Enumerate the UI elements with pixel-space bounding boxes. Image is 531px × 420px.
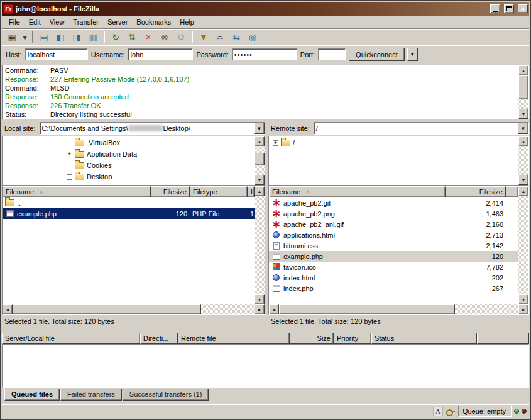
refresh-icon[interactable]: ↻	[108, 30, 123, 43]
minimize-button[interactable]	[490, 4, 500, 13]
remote-site-combobox[interactable]: / ▼	[314, 122, 529, 135]
local-tree-scrollbar[interactable]: ▲ ▼	[255, 136, 265, 185]
tree-item-application-data[interactable]: + Application Data	[3, 148, 255, 160]
port-input[interactable]	[318, 48, 346, 60]
menu-file[interactable]: File	[4, 17, 25, 27]
remote-list-vscrollbar[interactable]: ▲ ▼	[518, 186, 528, 304]
site-manager-icon[interactable]: ▦	[4, 30, 19, 43]
scroll-left-icon[interactable]: ◄	[3, 304, 13, 314]
column-size[interactable]: Size	[290, 333, 334, 344]
column-status[interactable]: Status	[371, 333, 477, 344]
menu-view[interactable]: View	[45, 17, 69, 27]
scrollbar-thumb[interactable]	[279, 304, 455, 314]
quickconnect-button[interactable]: Quickconnect	[349, 48, 405, 61]
local-list-hscrollbar[interactable]: ◄ ►	[3, 304, 265, 314]
scroll-up-icon[interactable]: ▲	[255, 136, 265, 146]
tab-successful-transfers[interactable]: Successful transfers (1)	[123, 389, 209, 401]
scroll-left-icon[interactable]: ◄	[269, 304, 279, 314]
column-filename[interactable]: Filename∧	[3, 186, 151, 197]
file-row[interactable]: index.php 267	[269, 283, 518, 294]
filezilla-app-icon[interactable]: Fz	[3, 4, 13, 14]
column-priority[interactable]: Priority	[334, 333, 371, 344]
column-filesize[interactable]: Filesize	[151, 186, 190, 197]
column-direction[interactable]: Directi...	[140, 333, 178, 344]
file-row[interactable]: index.html 202	[269, 272, 518, 283]
scroll-right-icon[interactable]: ►	[255, 304, 265, 314]
title-bar[interactable]: Fz john@localhost - FileZilla ×	[2, 2, 529, 16]
scrollbar-thumb[interactable]	[255, 153, 265, 165]
toggle-queue-icon[interactable]: ▥	[85, 30, 101, 43]
file-row[interactable]: apache_pb2_ani.gif 2,160	[269, 219, 518, 229]
disconnect-icon[interactable]: ⊗	[157, 30, 172, 43]
remote-list-hscrollbar[interactable]: ◄ ►	[269, 304, 528, 314]
expander-plus-icon[interactable]: +	[273, 140, 278, 146]
message-log-lines[interactable]: Command:PASV Response:227 Entering Passi…	[3, 65, 518, 119]
tree-item-desktop[interactable]: - Desktop	[3, 171, 255, 182]
process-queue-icon[interactable]: ⇅	[124, 30, 140, 43]
reconnect-icon[interactable]: ↺	[173, 30, 189, 43]
expander-minus-icon[interactable]: -	[67, 174, 72, 180]
scroll-down-icon[interactable]: ▼	[518, 175, 528, 185]
column-remote-file[interactable]: Remote file	[178, 333, 290, 344]
scroll-up-icon[interactable]: ▲	[518, 65, 528, 75]
toggle-local-tree-icon[interactable]: ◧	[53, 30, 68, 43]
scroll-down-icon[interactable]: ▼	[255, 175, 265, 185]
column-filetype[interactable]: Filetype	[190, 186, 248, 197]
file-row-example-php-selected[interactable]: example.php 120	[269, 251, 518, 262]
chevron-down-icon[interactable]: ▼	[518, 123, 528, 134]
tab-failed-transfers[interactable]: Failed transfers	[60, 389, 122, 401]
data-type-icon[interactable]: A	[433, 407, 443, 416]
menu-edit[interactable]: Edit	[25, 17, 45, 27]
column-last-modified[interactable]: Last modified	[248, 186, 255, 197]
cancel-icon[interactable]: ×	[141, 30, 156, 43]
find-files-icon[interactable]: ◎	[245, 30, 260, 43]
column-filesize[interactable]: Filesize	[446, 186, 506, 197]
menu-help[interactable]: Help	[175, 17, 199, 27]
directory-comparison-icon[interactable]: ≍	[212, 30, 227, 43]
menu-server[interactable]: Server	[103, 17, 132, 27]
scroll-down-icon[interactable]: ▼	[518, 294, 528, 304]
toggle-remote-tree-icon[interactable]: ◨	[69, 30, 84, 43]
queue-list[interactable]	[2, 344, 529, 388]
remote-tree-scrollbar[interactable]: ▲ ▼	[518, 136, 528, 185]
column-filename[interactable]: Filename∧	[269, 186, 446, 197]
tab-queued-files[interactable]: Queued files	[4, 389, 60, 401]
file-row[interactable]: apache_pb2.png 1,463	[269, 208, 518, 219]
scrollbar-thumb[interactable]	[518, 75, 528, 99]
remote-path[interactable]: /	[314, 123, 518, 134]
file-row-example-php-selected[interactable]: example.php 120 PHP File 1	[3, 208, 255, 219]
close-button[interactable]: ×	[518, 4, 528, 13]
local-site-combobox[interactable]: C:\Documents and Settings\Desktop\ ▼	[40, 122, 265, 135]
scrollbar-thumb[interactable]	[13, 304, 201, 314]
expander-plus-icon[interactable]: +	[67, 152, 72, 157]
log-scrollbar[interactable]: ▲ ▼	[518, 65, 528, 119]
tree-item-virtualbox[interactable]: .VirtualBox	[3, 137, 255, 148]
username-input[interactable]	[128, 48, 193, 60]
menu-bookmarks[interactable]: Bookmarks	[132, 17, 175, 27]
scroll-up-icon[interactable]: ▲	[255, 186, 265, 196]
password-input[interactable]	[232, 48, 297, 60]
maximize-button[interactable]	[504, 4, 514, 13]
file-row[interactable]: favicon.ico 7,782	[269, 262, 518, 272]
host-input[interactable]	[25, 48, 88, 60]
site-manager-dropdown-icon[interactable]: ▾	[21, 30, 29, 43]
chevron-down-icon[interactable]: ▼	[254, 123, 265, 134]
filter-icon[interactable]: ▼	[196, 30, 211, 43]
scroll-down-icon[interactable]: ▼	[518, 109, 528, 119]
column-server-local-file[interactable]: Server/Local file	[2, 333, 140, 344]
encryption-key-icon[interactable]	[446, 407, 456, 416]
file-row[interactable]: apache_pb2.gif 2,414	[269, 197, 518, 208]
synchronized-browsing-icon[interactable]: ⇆	[229, 30, 244, 43]
tree-item-root[interactable]: + /	[269, 137, 518, 148]
tree-item-cookies[interactable]: Cookies	[3, 160, 255, 171]
quickconnect-dropdown-icon[interactable]: ▼	[407, 48, 418, 61]
queue-splitter[interactable]	[2, 327, 529, 333]
scroll-up-icon[interactable]: ▲	[518, 186, 528, 196]
local-list-vscrollbar[interactable]: ▲ ▼	[255, 186, 265, 304]
file-row[interactable]: applications.html 2,713	[269, 229, 518, 240]
scroll-right-icon[interactable]: ►	[518, 304, 528, 314]
toggle-message-log-icon[interactable]: ▤	[36, 30, 52, 43]
file-row-parent-dir[interactable]: ..	[3, 197, 255, 208]
menu-transfer[interactable]: Transfer	[68, 17, 103, 27]
scroll-up-icon[interactable]: ▲	[518, 136, 528, 146]
